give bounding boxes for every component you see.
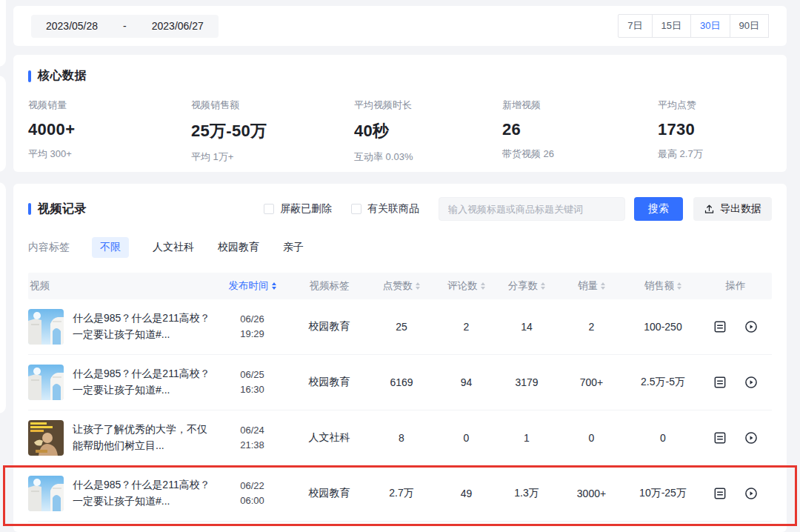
sales-cell: 700+ [556,376,627,388]
table-header: 视频 发布时间 视频标签 点赞数 评论数 [28,273,772,299]
core-stats-section: 核心数据 视频销量 4000+ 平均 300+ 视频销售额 25万-50万 平均… [13,55,787,172]
publish-date: 06/22 [213,479,291,493]
checkbox-label: 屏蔽已删除 [280,202,332,216]
video-tag-cell: 校园教育 [291,320,367,333]
period-button-group: 7日 15日 30日 90日 [618,14,769,38]
metric-sub: 最高 2.7万 [658,147,703,161]
table-column-header[interactable]: 销售额 [627,279,699,293]
checkbox-label: 有关联商品 [367,202,419,216]
detail-icon[interactable] [713,375,727,390]
video-tag-cell: 校园教育 [291,376,367,389]
publish-clock: 19:29 [213,327,291,342]
shares-cell: 3179 [497,376,556,388]
tag-filter-option[interactable]: 人文社科 [153,237,194,258]
video-title[interactable]: 什么是985？什么是211高校？一定要让孩子知道#... [73,310,213,342]
table-row: 让孩子了解优秀的大学，不仅能帮助他们树立目... 06/24 21:38 人文社… [28,410,772,466]
date-range-picker[interactable]: 2023/05/28 - 2023/06/27 [31,15,219,38]
video-title[interactable]: 什么是985？什么是211高校？一定要让孩子知道#... [73,477,213,509]
detail-icon[interactable] [713,319,727,334]
sort-icon [272,282,276,290]
video-records-section: 视频记录 屏蔽已删除 有关联商品 搜索 [13,184,787,532]
metric-label: 平均点赞 [658,99,703,112]
video-title[interactable]: 什么是985？什么是211高校？一定要让孩子知道#... [73,366,213,398]
period-button[interactable]: 7日 [618,14,652,38]
metric-sub: 带货视频 26 [502,147,658,161]
table-column-header[interactable]: 分享数 [497,279,556,293]
column-label: 点赞数 [383,279,413,293]
metric-card: 视频销售额 25万-50万 平均 1万+ [191,99,354,164]
shares-cell: 14 [497,321,556,333]
play-icon[interactable] [744,375,759,390]
play-icon[interactable] [744,430,759,445]
video-thumbnail-gate[interactable] [28,365,64,400]
table-row: 什么是985？什么是211高校？一定要让孩子知道#... 06/22 06:00… [28,466,772,522]
period-button[interactable]: 30日 [690,14,730,38]
metric-sub: 平均 300+ [28,147,191,161]
detail-icon[interactable] [713,430,727,445]
table-column-header[interactable]: 视频 [28,279,213,293]
column-label: 视频标签 [310,279,350,293]
metric-value: 4000+ [28,120,191,139]
date-separator: - [123,20,127,32]
metric-card: 视频销量 4000+ 平均 300+ [28,99,191,164]
video-thumbnail-gate[interactable] [28,476,64,511]
records-title-text: 视频记录 [38,202,87,217]
video-tag-cell: 人文社科 [291,431,367,445]
video-thumbnail-person[interactable] [28,420,64,456]
comments-cell: 2 [436,321,497,333]
metric-value: 26 [502,120,658,139]
play-icon[interactable] [744,486,759,501]
table-column-header[interactable]: 发布时间 [213,279,291,293]
video-title[interactable]: 让孩子了解优秀的大学，不仅能帮助他们树立目... [73,422,213,453]
metrics-row: 视频销量 4000+ 平均 300+ 视频销售额 25万-50万 平均 1万+ … [28,99,772,164]
metric-label: 新增视频 [502,99,658,112]
publish-date: 06/25 [213,368,291,382]
table-column-header[interactable]: 操作 [699,279,772,293]
period-button[interactable]: 90日 [730,14,769,38]
records-controls: 屏蔽已删除 有关联商品 搜索 导出数据 [264,197,772,221]
publish-time-cell: 06/26 19:29 [213,312,291,342]
video-cell: 让孩子了解优秀的大学，不仅能帮助他们树立目... [28,420,213,456]
sales-cell: 2 [556,321,627,333]
revenue-cell: 0 [627,432,699,444]
tag-filter-option[interactable]: 校园教育 [218,237,259,258]
metric-sub: 平均 1万+ [191,150,354,164]
video-cell: 什么是985？什么是211高校？一定要让孩子知道#... [28,476,213,511]
comments-cell: 49 [436,488,497,499]
checkbox-icon[interactable] [264,204,274,214]
sort-icon [677,282,681,290]
publish-clock: 21:38 [213,438,291,453]
search-input[interactable] [439,197,625,221]
metric-label: 视频销量 [28,99,191,112]
table-column-header[interactable]: 点赞数 [367,279,436,293]
actions-cell [699,486,772,501]
upload-icon [704,204,715,215]
checkbox-icon[interactable] [351,204,361,214]
filter-checkbox[interactable]: 屏蔽已删除 [264,202,332,216]
detail-icon[interactable] [713,486,727,501]
revenue-cell: 100-250 [627,321,699,333]
table-row: 什么是985？什么是211高校？一定要让孩子知道#... 06/26 19:29… [28,299,772,355]
filter-checkbox[interactable]: 有关联商品 [351,202,419,216]
accent-bar-icon [28,70,31,82]
table-column-header[interactable]: 评论数 [436,279,497,293]
period-button[interactable]: 15日 [652,14,691,38]
tag-filter-row: 内容标签 不限 人文社科 校园教育 亲子 [28,237,772,258]
accent-bar-icon [28,203,31,215]
video-tag-cell: 校园教育 [291,487,367,500]
video-thumbnail-gate[interactable] [28,309,64,345]
table-body: 什么是985？什么是211高校？一定要让孩子知道#... 06/26 19:29… [28,299,772,522]
records-title: 视频记录 [28,202,87,217]
table-column-header[interactable]: 销量 [556,279,627,293]
metric-label: 平均视频时长 [354,99,502,112]
table-column-header[interactable]: 视频标签 [291,279,367,293]
export-data-button[interactable]: 导出数据 [693,197,772,221]
search-button[interactable]: 搜索 [634,197,683,221]
column-label: 评论数 [447,279,478,293]
revenue-cell: 10万-25万 [627,487,699,500]
tag-filter-option[interactable]: 不限 [92,237,129,258]
publish-time-cell: 06/24 21:38 [213,423,291,453]
sort-icon [541,282,545,290]
tag-filter-option[interactable]: 亲子 [283,237,304,258]
play-icon[interactable] [744,319,759,334]
